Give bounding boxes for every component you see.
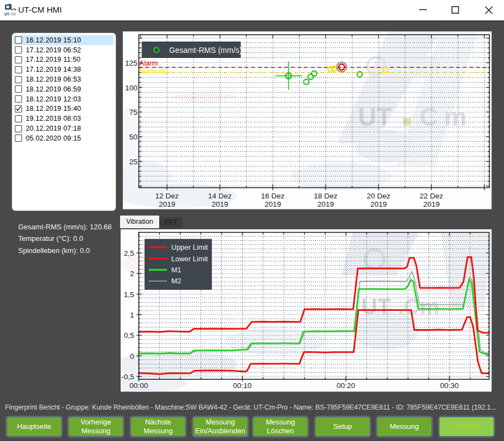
svg-text:Gesamt-RMS (mm/s): Gesamt-RMS (mm/s) — [169, 46, 242, 55]
svg-text:00:00: 00:00 — [129, 381, 148, 390]
svg-text:20 Dez: 20 Dez — [367, 192, 391, 200]
svg-text:2,5: 2,5 — [124, 249, 134, 257]
svg-text:25: 25 — [129, 158, 137, 166]
svg-text:M1: M1 — [171, 266, 181, 274]
svg-text:100: 100 — [125, 84, 138, 92]
svg-text:Upper Limit: Upper Limit — [171, 243, 208, 251]
svg-text:14 Dez: 14 Dez — [208, 192, 232, 200]
svg-text:-0,5: -0,5 — [121, 373, 134, 381]
svg-text:2019: 2019 — [423, 200, 440, 208]
svg-text:M2: M2 — [171, 277, 181, 285]
svg-text:125: 125 — [125, 59, 138, 67]
svg-text:2019: 2019 — [212, 200, 228, 208]
svg-text:0,5: 0,5 — [124, 331, 134, 340]
svg-text:16 Dez: 16 Dez — [261, 192, 285, 200]
svg-text:m: m — [444, 103, 467, 131]
svg-text:Lower Limit: Lower Limit — [171, 255, 208, 263]
svg-text:Warnung: Warnung — [139, 67, 168, 75]
svg-text:CM: CM — [10, 12, 16, 16]
svg-text:UT: UT — [361, 294, 391, 319]
svg-text:1: 1 — [130, 311, 134, 319]
svg-text:75: 75 — [129, 108, 137, 116]
svg-text:2019: 2019 — [159, 200, 175, 208]
svg-text:0: 0 — [130, 352, 134, 361]
svg-text:18 Dez: 18 Dez — [314, 192, 338, 200]
svg-text:22 Dez: 22 Dez — [420, 192, 443, 200]
svg-text:00:20: 00:20 — [337, 381, 355, 390]
svg-text:2019: 2019 — [317, 200, 334, 208]
svg-text:Alarm: Alarm — [139, 59, 158, 67]
svg-text:00:10: 00:10 — [233, 381, 252, 390]
svg-text:1,5: 1,5 — [124, 291, 134, 299]
svg-text:50: 50 — [129, 133, 137, 141]
svg-text:00:30: 00:30 — [440, 381, 459, 390]
svg-text:2019: 2019 — [370, 200, 387, 208]
svg-text:2: 2 — [130, 270, 134, 278]
svg-text:12 Dez: 12 Dez — [155, 192, 179, 200]
svg-text:2019: 2019 — [264, 200, 281, 208]
